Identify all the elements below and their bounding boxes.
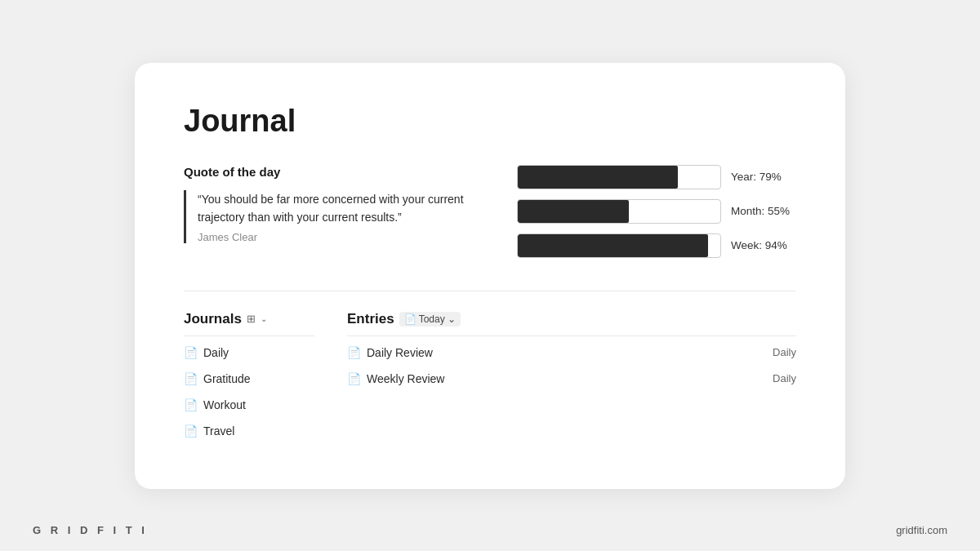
section-divider (184, 291, 796, 291)
journals-column: Journals ⊞ ⌄ 📄 Daily 📄 Gratitude 📄 Worko… (184, 311, 314, 444)
stat-row-year: Year: 79% (517, 165, 796, 189)
progress-fill-month (518, 200, 629, 223)
quote-text: “You should be far more concerned with y… (198, 190, 468, 227)
entries-badge-label: Today (419, 313, 445, 325)
entries-column: Entries 📄 Today ⌄ 📄 Daily Review Daily (347, 311, 796, 444)
main-card: Journal Quote of the day “You should be … (135, 63, 845, 489)
journals-title: Journals (184, 311, 242, 327)
progress-fill-week (518, 234, 708, 257)
brand-left: G R I D F I T I (33, 524, 148, 536)
stat-label-week: Week: 94% (731, 239, 796, 251)
journal-label-travel: Travel (203, 424, 234, 438)
entries-header[interactable]: Entries 📄 Today ⌄ (347, 311, 796, 336)
progress-bar-week (517, 233, 721, 258)
footer: G R I D F I T I gridfiti.com (33, 524, 947, 536)
progress-bar-year (517, 165, 721, 189)
stat-label-month: Month: 55% (731, 205, 796, 217)
quote-section: Quote of the day “You should be far more… (184, 165, 468, 258)
top-section: Quote of the day “You should be far more… (184, 165, 796, 258)
journal-label-gratitude: Gratitude (203, 372, 251, 385)
brand-right: gridfiti.com (896, 524, 947, 536)
entry-icon-daily-review: 📄 (347, 346, 360, 359)
entry-tag-daily-review: Daily (773, 346, 796, 358)
entries-badge-icon: 📄 (404, 313, 416, 325)
journal-item-gratitude[interactable]: 📄 Gratitude (184, 366, 314, 392)
entry-item-weekly-review[interactable]: 📄 Weekly Review Daily (347, 366, 796, 392)
entry-left-weekly-review: 📄 Weekly Review (347, 372, 444, 385)
bottom-section: Journals ⊞ ⌄ 📄 Daily 📄 Gratitude 📄 Worko… (184, 311, 796, 444)
journal-label-workout: Workout (203, 398, 246, 411)
journal-icon-workout: 📄 (184, 398, 197, 411)
journals-list: 📄 Daily 📄 Gratitude 📄 Workout 📄 Travel (184, 340, 314, 444)
quote-author: James Clear (198, 231, 468, 243)
journal-icon-travel: 📄 (184, 424, 197, 438)
entry-label-daily-review: Daily Review (367, 346, 433, 359)
entry-left-daily-review: 📄 Daily Review (347, 346, 433, 359)
quote-block: “You should be far more concerned with y… (184, 190, 468, 244)
journal-item-workout[interactable]: 📄 Workout (184, 392, 314, 418)
entry-label-weekly-review: Weekly Review (367, 372, 444, 385)
progress-bar-month (517, 199, 721, 224)
progress-fill-year (518, 166, 678, 189)
journal-item-daily[interactable]: 📄 Daily (184, 340, 314, 366)
stat-row-week: Week: 94% (517, 233, 796, 258)
journals-add-icon[interactable]: ⊞ (247, 313, 256, 325)
entries-badge-arrow: ⌄ (448, 313, 456, 325)
entries-badge[interactable]: 📄 Today ⌄ (399, 312, 461, 327)
journal-icon-gratitude: 📄 (184, 372, 197, 385)
journal-label-daily: Daily (203, 346, 229, 359)
quote-section-label: Quote of the day (184, 165, 468, 179)
stat-row-month: Month: 55% (517, 199, 796, 224)
journal-icon-daily: 📄 (184, 346, 197, 359)
journals-header[interactable]: Journals ⊞ ⌄ (184, 311, 314, 336)
journal-item-travel[interactable]: 📄 Travel (184, 418, 314, 444)
stat-label-year: Year: 79% (731, 171, 796, 183)
page-title: Journal (184, 104, 796, 139)
entry-tag-weekly-review: Daily (773, 372, 796, 384)
entries-list: 📄 Daily Review Daily 📄 Weekly Review Dai… (347, 340, 796, 392)
entry-item-daily-review[interactable]: 📄 Daily Review Daily (347, 340, 796, 366)
entries-title: Entries (347, 311, 394, 327)
stats-section: Year: 79% Month: 55% Week: 94% (517, 165, 796, 258)
entry-icon-weekly-review: 📄 (347, 372, 360, 385)
journals-chevron-icon[interactable]: ⌄ (261, 314, 267, 323)
